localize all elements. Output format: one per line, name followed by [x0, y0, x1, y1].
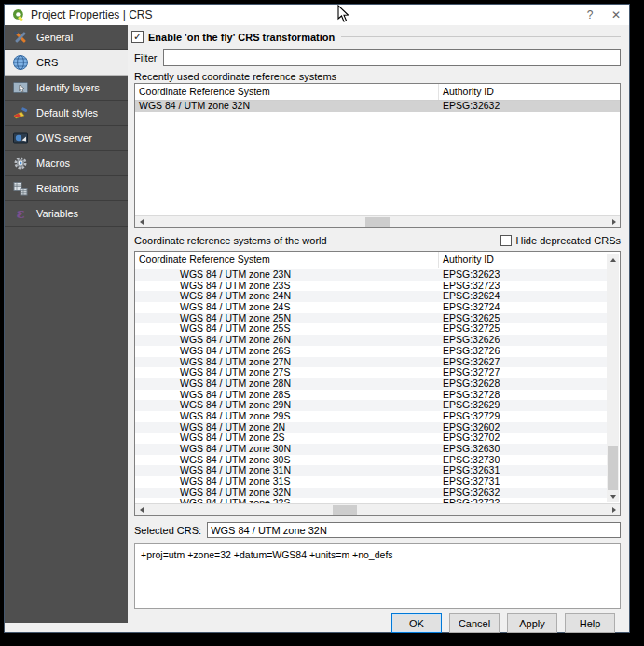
epsilon-icon: ε: [12, 205, 29, 222]
identify-layers-icon: [12, 79, 29, 96]
sidebar-item-label: CRS: [36, 57, 58, 68]
hide-deprecated-checkbox[interactable]: [500, 235, 512, 246]
crs-name-cell: WGS 84 / UTM zone 32N: [135, 101, 439, 112]
scroll-left-icon[interactable]: [135, 216, 147, 227]
crs-name-cell: WGS 84 / UTM zone 2N: [135, 422, 439, 433]
sidebar-item-default-styles[interactable]: Default styles: [5, 101, 128, 126]
table-row[interactable]: WGS 84 / UTM zone 27N EPSG:32627: [135, 357, 607, 368]
table-row[interactable]: WGS 84 / UTM zone 32N EPSG:32632: [135, 488, 607, 499]
table-row[interactable]: WGS 84 / UTM zone 30N EPSG:32630: [135, 444, 607, 455]
world-section-label: Coordinate reference systems of the worl…: [134, 235, 327, 246]
scroll-down-icon[interactable]: [607, 490, 619, 502]
selected-crs-input[interactable]: WGS 84 / UTM zone 32N: [207, 522, 621, 538]
table-row[interactable]: WGS 84 / UTM zone 25S EPSG:32725: [135, 323, 607, 335]
scroll-left-icon[interactable]: [135, 504, 147, 515]
crs-name-cell: WGS 84 / UTM zone 23S: [135, 281, 439, 292]
sidebar-item-macros[interactable]: Macros: [5, 151, 128, 176]
help-icon: ?: [587, 8, 594, 21]
column-header-crs[interactable]: Coordinate Reference System: [135, 252, 439, 268]
ok-button[interactable]: OK: [391, 613, 442, 633]
authority-id-cell: EPSG:32630: [439, 444, 607, 455]
table-row[interactable]: WGS 84 / UTM zone 27S EPSG:32727: [135, 367, 607, 378]
crs-name-cell: WGS 84 / UTM zone 29N: [135, 400, 439, 411]
table-row[interactable]: WGS 84 / UTM zone 28S EPSG:32728: [135, 390, 607, 401]
sidebar-item-relations[interactable]: Relations: [5, 176, 128, 201]
table-row[interactable]: WGS 84 / UTM zone 31S EPSG:32731: [135, 476, 607, 488]
apply-button[interactable]: Apply: [507, 613, 557, 633]
qgis-logo-icon: [12, 8, 25, 21]
table-row[interactable]: WGS 84 / UTM zone 23S EPSG:32723: [135, 281, 607, 292]
authority-id-cell: EPSG:32626: [439, 335, 607, 346]
crs-name-cell: WGS 84 / UTM zone 30S: [135, 455, 439, 466]
table-row[interactable]: WGS 84 / UTM zone 2S EPSG:32702: [135, 433, 607, 444]
titlebar-close-button[interactable]: ✕: [603, 5, 629, 25]
table-row[interactable]: WGS 84 / UTM zone 31N EPSG:32631: [135, 465, 607, 476]
filter-input[interactable]: [163, 49, 621, 66]
authority-id-cell: EPSG:32627: [439, 357, 607, 368]
table-row[interactable]: WGS 84 / UTM zone 30S EPSG:32730: [135, 455, 607, 466]
world-vertical-scrollbar[interactable]: [607, 254, 619, 502]
table-row[interactable]: WGS 84 / UTM zone 24S EPSG:32724: [135, 302, 607, 313]
proj4-definition-textarea[interactable]: +proj=utm +zone=32 +datum=WGS84 +units=m…: [134, 543, 621, 609]
crs-name-cell: WGS 84 / UTM zone 2S: [135, 433, 439, 444]
titlebar: Project Properties | CRS ? ✕: [5, 5, 629, 25]
recent-rows: WGS 84 / UTM zone 32N EPSG:32632: [135, 101, 620, 215]
table-row[interactable]: WGS 84 / UTM zone 25N EPSG:32625: [135, 313, 607, 324]
authority-id-cell: EPSG:32632: [439, 488, 607, 499]
authority-id-cell: EPSG:32623: [439, 269, 607, 281]
enable-otf-label: Enable 'on the fly' CRS transformation: [148, 32, 335, 43]
sidebar-item-label: Macros: [36, 158, 70, 169]
recent-horizontal-scrollbar[interactable]: [135, 215, 620, 227]
scroll-right-icon[interactable]: [608, 504, 620, 515]
crs-name-cell: WGS 84 / UTM zone 25S: [135, 323, 439, 335]
authority-id-cell: EPSG:32731: [439, 476, 607, 488]
world-crs-table: Coordinate Reference System Authority ID…: [134, 251, 621, 516]
authority-id-cell: EPSG:32632: [439, 101, 620, 112]
crs-name-cell: WGS 84 / UTM zone 23N: [135, 269, 439, 281]
sidebar-item-variables[interactable]: ε Variables: [5, 201, 128, 227]
relations-table-icon: [12, 180, 29, 197]
scrollbar-thumb[interactable]: [333, 505, 357, 515]
authority-id-cell: EPSG:32730: [439, 455, 607, 466]
close-icon: ✕: [611, 8, 621, 21]
world-horizontal-scrollbar[interactable]: [135, 503, 620, 515]
authority-id-cell: EPSG:32625: [439, 313, 607, 324]
sidebar-item-label: Variables: [36, 208, 78, 219]
table-row[interactable]: WGS 84 / UTM zone 28N EPSG:32628: [135, 378, 607, 390]
dialog-button-row: OK Cancel Apply Help: [391, 613, 615, 633]
sidebar-item-crs[interactable]: CRS: [5, 50, 128, 76]
sidebar-item-general[interactable]: General: [5, 25, 128, 50]
table-row[interactable]: WGS 84 / UTM zone 32N EPSG:32632: [135, 101, 620, 112]
crs-name-cell: WGS 84 / UTM zone 29S: [135, 411, 439, 422]
sidebar-item-ows-server[interactable]: OWS server: [5, 126, 128, 151]
groupbox-rule: [341, 36, 621, 37]
authority-id-cell: EPSG:32624: [439, 291, 607, 302]
column-header-authority[interactable]: Authority ID: [439, 252, 620, 268]
recent-table-header: Coordinate Reference System Authority ID: [135, 84, 620, 101]
table-row[interactable]: WGS 84 / UTM zone 29N EPSG:32629: [135, 400, 607, 411]
enable-otf-checkbox[interactable]: ✓: [131, 31, 144, 43]
selected-crs-label: Selected CRS:: [134, 525, 201, 536]
window-title: Project Properties | CRS: [31, 8, 153, 21]
scroll-right-icon[interactable]: [608, 216, 620, 227]
sidebar-item-identify-layers[interactable]: Identify layers: [5, 76, 128, 101]
globe-icon: [12, 54, 29, 71]
sidebar-item-label: General: [36, 32, 73, 43]
help-button[interactable]: Help: [565, 613, 615, 633]
table-row[interactable]: WGS 84 / UTM zone 26N EPSG:32626: [135, 335, 607, 346]
table-row[interactable]: WGS 84 / UTM zone 24N EPSG:32624: [135, 291, 607, 302]
table-row[interactable]: WGS 84 / UTM zone 2N EPSG:32602: [135, 422, 607, 433]
scrollbar-thumb[interactable]: [608, 446, 618, 490]
scrollbar-thumb[interactable]: [365, 217, 390, 227]
table-row[interactable]: WGS 84 / UTM zone 29S EPSG:32729: [135, 411, 607, 422]
authority-id-cell: EPSG:32725: [439, 323, 607, 335]
scroll-up-icon[interactable]: [607, 254, 619, 266]
table-row[interactable]: WGS 84 / UTM zone 26S EPSG:32726: [135, 346, 607, 357]
gear-icon: [12, 155, 29, 172]
checkmark-icon: ✓: [133, 32, 142, 42]
column-header-crs[interactable]: Coordinate Reference System: [135, 84, 439, 100]
cancel-button[interactable]: Cancel: [449, 613, 500, 633]
column-header-authority[interactable]: Authority ID: [439, 84, 620, 100]
table-row[interactable]: WGS 84 / UTM zone 23N EPSG:32623: [135, 269, 607, 281]
titlebar-help-button[interactable]: ?: [577, 5, 603, 25]
